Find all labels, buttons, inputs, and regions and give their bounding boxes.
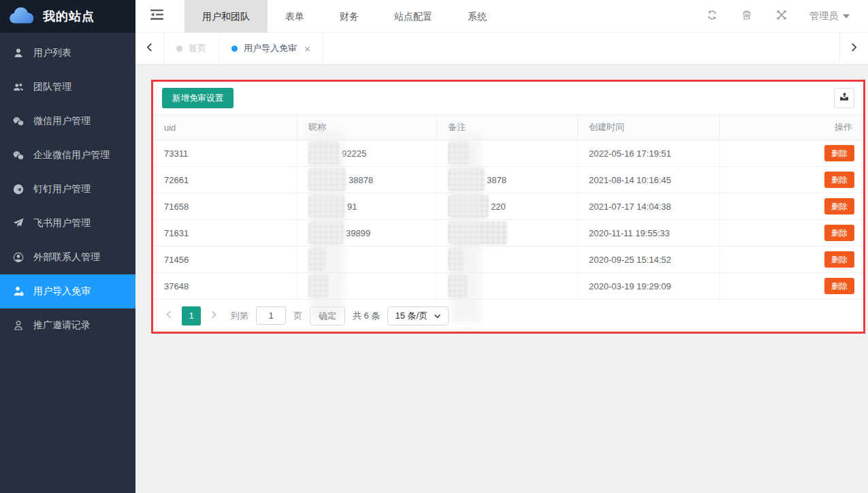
cell-nickname: 92225: [298, 140, 437, 166]
page-size-select[interactable]: 15 条/页: [387, 306, 449, 325]
cloud-icon: [9, 6, 36, 27]
column-header-nickname: 昵称: [298, 115, 437, 140]
cell-actions: 删除: [720, 140, 863, 166]
sidebar: 我的站点 用户列表 团队管理 微信用户管理: [0, 0, 135, 493]
cell-created-time: 2020-11-11 19:55:33: [578, 220, 720, 246]
sidebar-item[interactable]: 外部联系人管理: [0, 240, 135, 274]
team-icon: [12, 81, 25, 93]
top-nav-tab[interactable]: 财务: [322, 0, 376, 33]
cell-created-time: 2021-07-17 14:04:38: [578, 193, 720, 219]
cell-created-time: 2021-08-14 10:16:45: [578, 167, 720, 193]
tags-scroll-left-button[interactable]: [135, 33, 164, 64]
delete-button[interactable]: 删除: [824, 145, 854, 161]
confirm-page-button[interactable]: 确定: [310, 306, 345, 325]
privacy-blur: [308, 142, 340, 165]
sidebar-item[interactable]: 微信用户管理: [0, 104, 135, 138]
top-nav-tab[interactable]: 表单: [268, 0, 322, 33]
chevron-left-icon: [166, 311, 172, 321]
column-header-created: 创建时间: [578, 115, 720, 140]
sidebar-item[interactable]: 团队管理: [0, 70, 135, 104]
cell-nickname-text: 38878: [349, 175, 373, 185]
user-dropdown[interactable]: 管理员: [809, 10, 850, 22]
table-row: 72661 38878 3878 2021-08-14 10:16:45 删除: [153, 167, 863, 193]
trash-button[interactable]: [740, 10, 754, 23]
sidebar-item[interactable]: 企业微信用户管理: [0, 138, 135, 172]
sidebar-item-label: 企业微信用户管理: [33, 149, 110, 161]
goto-page-label: 到第: [231, 310, 248, 322]
total-count-label: 共 6 条: [353, 310, 380, 322]
refresh-icon: [707, 10, 718, 23]
privacy-blur: [448, 142, 470, 165]
cell-created-time: 2020-09-25 15:14:52: [578, 246, 720, 272]
sidebar-item[interactable]: 用户列表: [0, 36, 135, 70]
delete-button[interactable]: 删除: [824, 198, 854, 214]
top-nav-tab[interactable]: 用户和团队: [184, 0, 268, 33]
sidebar-item-label: 飞书用户管理: [33, 217, 91, 229]
cell-created-time: 2020-03-19 19:29:09: [578, 273, 720, 299]
import-audit-icon: [12, 285, 25, 298]
delete-button[interactable]: 删除: [824, 172, 854, 188]
sidebar-item[interactable]: 推广邀请记录: [0, 308, 135, 343]
page-1-button[interactable]: 1: [182, 306, 201, 325]
column-header-remark: 备注: [437, 115, 578, 140]
sidebar-item-label: 用户列表: [33, 47, 71, 59]
fullscreen-button[interactable]: [775, 10, 788, 23]
collapse-menu-button[interactable]: [135, 0, 178, 33]
refresh-button[interactable]: [705, 10, 719, 23]
tag-label: 首页: [189, 42, 206, 54]
cell-nickname-text: 92225: [342, 148, 366, 159]
cell-uid: 71658: [153, 193, 298, 219]
add-exemption-button[interactable]: 新增免审设置: [162, 88, 234, 108]
page-tag[interactable]: 用户导入免审 ×: [219, 33, 323, 64]
privacy-blur: [308, 274, 329, 298]
column-header-actions: 操作: [720, 115, 863, 140]
delete-button[interactable]: 删除: [824, 251, 854, 268]
sidebar-nav: 用户列表 团队管理 微信用户管理 企业微信用户管理: [0, 33, 135, 343]
cell-uid: 71456: [153, 246, 298, 272]
wecom-icon: [12, 149, 25, 161]
cell-nickname: [298, 246, 437, 272]
sidebar-item[interactable]: 飞书用户管理: [0, 206, 135, 240]
tags-scroll-right-button[interactable]: [839, 33, 868, 64]
privacy-blur: [308, 195, 345, 218]
page-size-value: 15 条/页: [395, 310, 428, 322]
close-tag-icon[interactable]: ×: [304, 44, 310, 54]
next-page-button[interactable]: [208, 311, 219, 321]
privacy-blur: [448, 221, 508, 244]
goto-page-input[interactable]: [256, 306, 286, 325]
delete-button[interactable]: 删除: [824, 225, 854, 241]
prev-page-button[interactable]: [163, 311, 174, 321]
cell-actions: 删除: [720, 193, 863, 219]
cell-remark: 3878: [437, 167, 578, 193]
table-row: 37648 2020-03-19 19:29:09 删除: [153, 273, 863, 300]
sidebar-item-label: 团队管理: [33, 81, 71, 93]
invite-icon: [12, 319, 25, 332]
app-window: 我的站点 用户列表 团队管理 微信用户管理: [0, 0, 868, 493]
top-nav-tabs: 用户和团队 表单 财务 站点配置 系统: [184, 0, 504, 33]
cell-nickname: [298, 273, 437, 299]
cell-nickname-text: 39899: [346, 228, 370, 238]
chevron-right-icon: [851, 42, 857, 54]
top-nav-tab[interactable]: 站点配置: [376, 0, 450, 33]
delete-button[interactable]: 删除: [824, 278, 854, 294]
cell-remark: [437, 246, 578, 272]
table-row: 71456 2020-09-25 15:14:52 删除: [153, 246, 863, 273]
content-panel-highlighted: 新增免审设置 uid 昵称 备注 创建时间 操作 73311 92225: [151, 80, 865, 334]
caret-down-icon: [843, 14, 850, 18]
cell-actions: 删除: [720, 220, 863, 246]
table-row: 73311 92225 2022-05-16 17:19:51 删除: [153, 140, 863, 167]
select-caret-icon: [434, 311, 441, 321]
sidebar-item-label: 用户导入免审: [33, 285, 91, 298]
table-row: 71631 39899 2020-11-11 19:55:33 删除: [153, 220, 863, 246]
tag-dot: [176, 46, 182, 52]
table-row: 71658 91 220 2021-07-17 14:04:38 删除: [153, 193, 863, 220]
export-button[interactable]: [834, 88, 854, 108]
cell-nickname-text: 91: [347, 202, 357, 212]
page-tag[interactable]: 首页: [164, 33, 219, 64]
top-nav-tab[interactable]: 系统: [450, 0, 504, 33]
table-body: 73311 92225 2022-05-16 17:19:51 删除: [153, 140, 863, 300]
sidebar-item[interactable]: 钉钉用户管理: [0, 172, 135, 206]
trash-icon: [741, 10, 752, 23]
main-area: 用户和团队 表单 财务 站点配置 系统 管理员: [135, 0, 868, 65]
sidebar-item[interactable]: 用户导入免审: [0, 274, 135, 308]
